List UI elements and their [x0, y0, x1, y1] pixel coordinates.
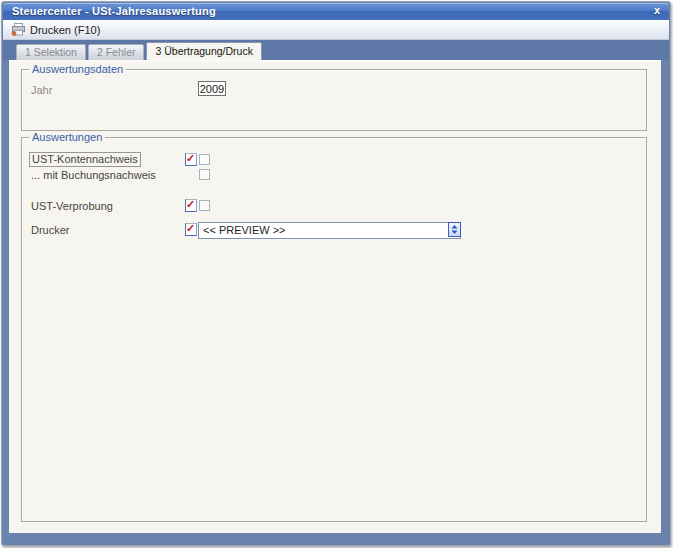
close-icon[interactable]: x: [654, 4, 660, 16]
kontennachweis-checked-icon[interactable]: [185, 153, 197, 166]
group-auswertungsdaten-legend: Auswertungsdaten: [29, 63, 126, 76]
updown-arrows-icon: [451, 225, 458, 234]
verprobung-checkbox[interactable]: [199, 200, 210, 211]
kontennachweis-label: UST-Kontennachweis: [29, 152, 141, 167]
verprobung-checked-icon[interactable]: [185, 199, 197, 212]
jahr-label: Jahr: [31, 84, 52, 97]
combo-dropdown-button[interactable]: [448, 222, 461, 237]
drucker-combobox-value: << PREVIEW >>: [203, 224, 286, 236]
drucker-checked-icon[interactable]: [185, 223, 197, 236]
titlebar[interactable]: Steuercenter - USt-Jahresauswertung x: [3, 3, 669, 20]
drucker-label: Drucker: [31, 224, 70, 237]
drucker-combobox[interactable]: << PREVIEW >>: [198, 222, 461, 239]
tab-fehler[interactable]: 2 Fehler: [88, 44, 145, 60]
screen: Steuercenter - USt-Jahresauswertung x Dr…: [0, 0, 673, 548]
print-button[interactable]: Drucken (F10): [7, 22, 104, 37]
tab-uebertragung-druck[interactable]: 3 Übertragung/Druck: [146, 42, 261, 60]
window-title: Steuercenter - USt-Jahresauswertung: [12, 5, 216, 17]
jahr-input[interactable]: [198, 81, 226, 96]
app-window: Steuercenter - USt-Jahresauswertung x Dr…: [1, 1, 671, 546]
print-button-label: Drucken (F10): [30, 24, 100, 36]
group-auswertungen-legend: Auswertungen: [29, 131, 105, 144]
printer-icon: [11, 23, 26, 36]
buchungsnachweis-checkbox[interactable]: [199, 169, 210, 180]
tab-bar: 1 Selektion 2 Fehler 3 Übertragung/Druck: [3, 40, 669, 60]
group-auswertungsdaten: Auswertungsdaten Jahr: [21, 69, 647, 131]
verprobung-label: UST-Verprobung: [31, 200, 113, 213]
tab-selektion[interactable]: 1 Selektion: [16, 44, 86, 60]
buchungsnachweis-label: ... mit Buchungsnachweis: [31, 169, 156, 182]
tab-page: Auswertungsdaten Jahr Auswertungen UST-K…: [9, 60, 661, 533]
kontennachweis-checkbox[interactable]: [199, 154, 210, 165]
toolbar: Drucken (F10): [3, 20, 669, 40]
group-auswertungen: Auswertungen UST-Kontennachweis ... mit …: [21, 137, 647, 522]
